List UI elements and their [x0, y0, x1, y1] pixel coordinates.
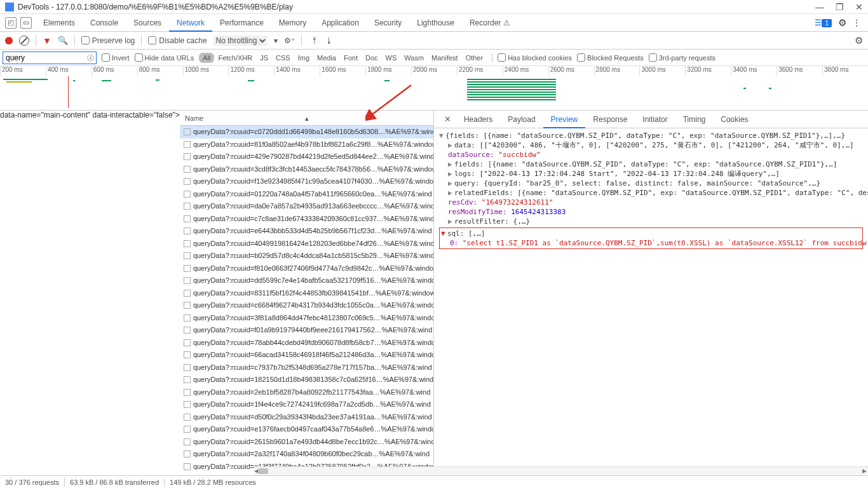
network-toolbar: ▼ 🔍 Preserve log Disable cache No thrott… [0, 32, 868, 50]
search-icon[interactable]: 🔍 [58, 36, 68, 45]
settings-icon[interactable]: ⚙ [838, 17, 846, 29]
throttling-dropdown-icon[interactable]: ▾ [274, 36, 278, 45]
close-detail-icon[interactable]: ✕ [439, 114, 456, 124]
tab-recorder[interactable]: Recorder ⚠ [462, 14, 518, 32]
inspect-element-icon[interactable]: ◰ [5, 17, 17, 29]
request-row[interactable]: queryData?:rcuuid=f13e9234985f471c99a5ce… [180, 175, 433, 188]
request-row[interactable]: queryData?:rcuuid=c0720ddd1d66499ba148e8… [180, 126, 433, 139]
request-row[interactable]: queryData?:rcuuid=2a32f1740a834f04809b60… [180, 448, 433, 461]
network-conditions-icon[interactable]: ⚙⁺ [284, 36, 295, 45]
request-row[interactable]: queryData?:rcuuid=d50f0c29a39343f4bda23e… [180, 411, 433, 424]
detail-tab-initiator[interactable]: Initiator [635, 111, 675, 128]
request-row[interactable]: queryData?:rcuuid=2eb1bf58287b4a80922fb2… [180, 386, 433, 399]
clear-filter-icon[interactable]: ⓧ [87, 53, 94, 63]
throttling-select[interactable]: No throttling [214, 36, 268, 46]
horizontal-scrollbar[interactable]: ◀ ▶ [254, 466, 868, 475]
file-icon [184, 426, 191, 433]
detail-tab-payload[interactable]: Payload [500, 111, 543, 128]
request-row[interactable]: queryData?:rcuuid=c7937b7b2f5348d695a278… [180, 362, 433, 374]
status-requests: 30 / 376 requests [5, 478, 59, 486]
blocked-cookies-checkbox[interactable]: Has blocked cookies [498, 53, 572, 62]
export-har-icon[interactable]: ⭳ [325, 36, 333, 45]
network-timeline[interactable]: 200 ms400 ms600 ms800 ms1000 ms1200 ms14… [0, 66, 868, 111]
third-party-checkbox[interactable]: 3rd-party requests [649, 53, 715, 62]
requests-header[interactable]: Name▴ [180, 111, 433, 126]
request-row[interactable]: queryData?:rcuuid=2615b9601a7e493db44d8b… [180, 436, 433, 449]
filter-pill-css[interactable]: CSS [272, 53, 294, 63]
tab-lighthouse[interactable]: Lighthouse [409, 14, 462, 32]
request-row[interactable]: queryData?:rcuuid=b029d57d8c4c4ddca84a1c… [180, 250, 433, 262]
request-row[interactable]: queryData?:rcuuid=81f0a8502aef4b978b1bf8… [180, 139, 433, 151]
tab-performance[interactable]: Performance [212, 14, 271, 32]
filter-pill-media[interactable]: Media [313, 53, 340, 63]
request-row[interactable]: queryData?:rcuuid=f810e0663f27406f9d4774… [180, 262, 433, 275]
file-icon [184, 265, 191, 272]
request-row[interactable]: queryData?:rcuuid=1f4e4ce9c72742419fc698… [180, 398, 433, 411]
detail-tab-headers[interactable]: Headers [456, 111, 500, 128]
window-minimize-button[interactable]: — [815, 2, 824, 12]
record-button[interactable] [5, 37, 13, 44]
filter-toggle-icon[interactable]: ▼ [43, 36, 51, 46]
tab-application[interactable]: Application [314, 14, 367, 32]
filter-pill-doc[interactable]: Doc [362, 53, 382, 63]
preview-content[interactable]: ▼{fields: [{name: "dataSource.QYBM.SZ_PI… [434, 128, 868, 475]
request-row[interactable]: queryData?:rcuuid=c6684f96274b4317b934d3… [180, 299, 433, 312]
window-close-button[interactable]: ✕ [855, 2, 863, 12]
hide-data-urls-checkbox[interactable]: Hide data URLs [135, 53, 194, 62]
request-row[interactable]: queryData?:rcuuid=dd5599c7e4e14bafb5caa5… [180, 274, 433, 287]
file-icon [184, 227, 191, 234]
network-settings-icon[interactable]: ⚙ [855, 35, 863, 46]
request-row[interactable]: queryData?:rcuuid=e1376faecb0d497caaf043… [180, 423, 433, 436]
file-icon [184, 203, 191, 210]
tab-elements[interactable]: Elements [36, 14, 83, 32]
filter-pill-other[interactable]: Other [462, 53, 487, 63]
filter-pill-fetchxhr[interactable]: Fetch/XHR [214, 53, 256, 63]
filter-pill-wasm[interactable]: Wasm [400, 53, 428, 63]
request-row[interactable]: queryData?:rcuuid=3cd8f3c3fcb14453aecc5f… [180, 163, 433, 176]
detail-tab-response[interactable]: Response [585, 111, 635, 128]
filter-input[interactable] [3, 51, 97, 64]
request-row[interactable]: queryData?:rcuuid=c7c8ae31de674333842093… [180, 213, 433, 226]
more-menu-icon[interactable]: ⋮ [853, 18, 860, 27]
tab-sources[interactable]: Sources [126, 14, 169, 32]
import-har-icon[interactable]: ⭱ [311, 36, 318, 45]
request-row[interactable]: queryData?:rcuuid=3f81a8d864dd47febc4812… [180, 312, 433, 325]
file-icon [184, 451, 191, 458]
filter-pill-font[interactable]: Font [340, 53, 362, 63]
request-row[interactable]: queryData?:rcuuid=01220a748a0a4f57ab411f… [180, 188, 433, 201]
blocked-requests-checkbox[interactable]: Blocked Requests [577, 53, 644, 62]
window-titlebar: DevTools - 127.0.0.1:8080/demo/%E6%9F%B1… [0, 0, 868, 14]
request-row[interactable]: queryData?:rcuuid=182150d1d18b498381358c… [180, 374, 433, 386]
resource-type-filter: AllFetch/XHRJSCSSImgMediaFontDocWSWasmMa… [199, 54, 487, 62]
filter-pill-manifest[interactable]: Manifest [428, 53, 462, 63]
filter-pill-all[interactable]: All [199, 53, 214, 63]
status-bar: 30 / 376 requests 63.9 kB / 86.8 kB tran… [0, 475, 868, 488]
request-row[interactable]: queryData?:rcuuid=78abb44cdebd49fdb90607… [180, 337, 433, 349]
device-toggle-icon[interactable]: ▭ [20, 17, 32, 29]
filter-pill-js[interactable]: JS [256, 53, 272, 63]
tab-console[interactable]: Console [83, 14, 126, 32]
request-row[interactable]: queryData?:rcuuid=e6443bbb533d4d54b25b9b… [180, 225, 433, 238]
filter-pill-img[interactable]: Img [294, 53, 313, 63]
disable-cache-checkbox[interactable]: Disable cache [148, 36, 207, 45]
filter-pill-ws[interactable]: WS [382, 53, 401, 63]
tab-network[interactable]: Network [169, 14, 212, 32]
detail-tab-preview[interactable]: Preview [543, 111, 586, 128]
request-row[interactable]: queryData?:rcuuid=66acad34158c46918f46f5… [180, 349, 433, 362]
invert-checkbox[interactable]: Invert [102, 53, 130, 62]
request-row[interactable]: queryData?:rcuuid=4049919816424e128203ed… [180, 238, 433, 250]
detail-tab-cookies[interactable]: Cookies [713, 111, 756, 128]
tab-memory[interactable]: Memory [271, 14, 314, 32]
clear-button[interactable] [19, 36, 29, 46]
request-row[interactable]: queryData?:rcuuid=8311f5bf162f4c44853fb0… [180, 287, 433, 300]
request-row[interactable]: queryData?:rcuuid=f01a9b91979440bf9eee21… [180, 324, 433, 337]
window-maximize-button[interactable]: ❐ [836, 2, 844, 12]
preserve-log-checkbox[interactable]: Preserve log [81, 36, 135, 45]
request-row[interactable]: queryData?:rcuuid=da0e7a857a2b4935ad913a… [180, 200, 433, 213]
detail-tab-timing[interactable]: Timing [675, 111, 714, 128]
scrollbar-thumb[interactable] [258, 468, 268, 474]
request-row[interactable]: queryData?:rcuuid=429e790287bd44219d2fe5… [180, 151, 433, 163]
issues-badge[interactable]: ☰1 [815, 18, 832, 27]
tab-security[interactable]: Security [367, 14, 409, 32]
window-title: DevTools - 127.0.0.1:8080/demo/%E6%9F%B1… [18, 3, 815, 11]
